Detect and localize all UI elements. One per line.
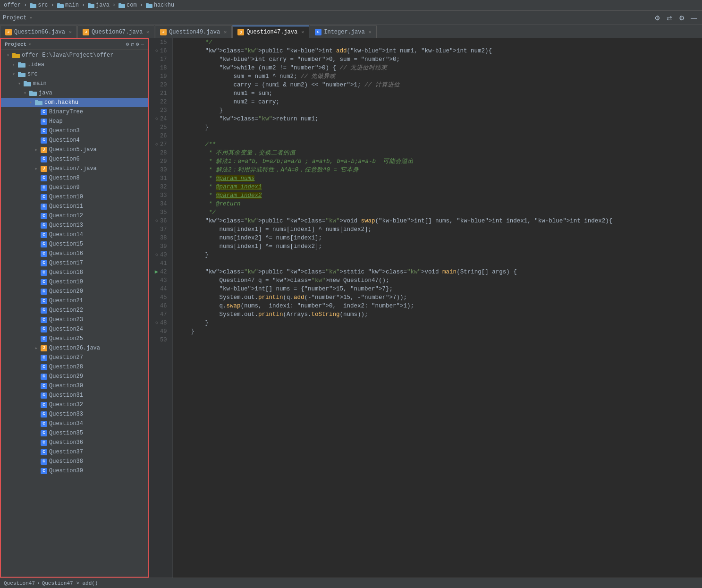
tree-item-question33[interactable]: CQuestion33 (1, 409, 148, 419)
tree-item-offer[interactable]: offer E:\Java\Project\offer (1, 51, 148, 60)
tree-item-question32[interactable]: CQuestion32 (1, 400, 148, 409)
tree-item-question3[interactable]: CQuestion3 (1, 126, 148, 136)
line-number-text: 25 (160, 123, 167, 132)
tab-label: Integer.java (324, 29, 364, 35)
tree-item-question6[interactable]: CQuestion6 (1, 154, 148, 164)
fold-gutter-icon[interactable]: ◇ (152, 251, 158, 259)
tree-item-question29[interactable]: CQuestion29 (1, 372, 148, 381)
tree-item-question23[interactable]: CQuestion23 (1, 315, 148, 324)
tree-item-src[interactable]: src (1, 69, 148, 79)
tree-item-main[interactable]: main (1, 79, 148, 88)
hide-icon[interactable]: — (141, 41, 144, 47)
breadcrumb-folder-com[interactable]: com (118, 2, 137, 9)
tree-item-question16[interactable]: CQuestion16 (1, 249, 148, 258)
line-number: 22 (152, 98, 169, 106)
tree-item-question11[interactable]: CQuestion11 (1, 202, 148, 211)
sidebar-header-icons: ⚙ ⇄ ⚙ — (126, 41, 144, 47)
breadcrumb-folder-src[interactable]: src (30, 2, 48, 9)
toolbar-dropdown-arrow[interactable]: ▾ (29, 15, 32, 21)
tab-question66[interactable]: J Question66.java ✕ (0, 26, 77, 38)
settings-icon[interactable]: ⚙ (136, 41, 139, 47)
tree-item-question13[interactable]: CQuestion13 (1, 221, 148, 230)
tree-item-question5[interactable]: ▸JQuestion5.java (1, 145, 148, 154)
toolbar-settings-btn[interactable]: ⚙ (652, 13, 662, 23)
line-number-text: 20 (160, 81, 167, 89)
breadcrumb-folder-main[interactable]: main (57, 2, 79, 9)
breadcrumb-offer[interactable]: offer (4, 2, 21, 9)
tree-item-question34[interactable]: CQuestion34 (1, 419, 148, 428)
tree-item-question12[interactable]: CQuestion12 (1, 211, 148, 221)
tab-question67[interactable]: J Question67.java ✕ (77, 26, 154, 38)
toolbar-minimize-btn[interactable]: — (689, 13, 699, 23)
tree-item-question37[interactable]: CQuestion37 (1, 447, 148, 457)
code-line: * @return (177, 200, 698, 208)
fold-gutter-icon[interactable]: ◇ (152, 115, 158, 123)
tree-item-question10[interactable]: CQuestion10 (1, 192, 148, 202)
tree-item-question9[interactable]: CQuestion9 (1, 183, 148, 192)
tree-item-question15[interactable]: CQuestion15 (1, 239, 148, 249)
dropdown-icon[interactable]: ▾ (28, 42, 31, 47)
tree-item-label: Question3 (49, 128, 80, 134)
tree-item-java[interactable]: java (1, 88, 148, 98)
tree-item-question4[interactable]: CQuestion4 (1, 136, 148, 145)
tree-item-binarytree[interactable]: CBinaryTree (1, 107, 148, 117)
code-line: nums[index2] ^= nums[index1]; (177, 234, 698, 242)
tab-close-btn[interactable]: ✕ (146, 29, 149, 35)
class-icon: C (41, 289, 47, 295)
line-number-text: 34 (160, 200, 167, 208)
line-number-text: 37 (160, 225, 167, 234)
tab-close-btn[interactable]: ✕ (369, 29, 372, 35)
tree-item-idea[interactable]: .idea (1, 60, 148, 69)
line-number-text: 38 (160, 234, 167, 242)
tree-item-label: Question39 (49, 468, 83, 474)
tree-item-question30[interactable]: CQuestion30 (1, 381, 148, 391)
tab-integer[interactable]: C Integer.java ✕ (310, 26, 376, 38)
line-number: 17 (152, 55, 169, 64)
tree-item-question20[interactable]: CQuestion20 (1, 287, 148, 296)
tree-item-question31[interactable]: CQuestion31 (1, 391, 148, 400)
split-icon[interactable]: ⇄ (131, 41, 134, 47)
tree-item-question39[interactable]: CQuestion39 (1, 466, 148, 476)
project-label: Project (3, 15, 26, 21)
fold-gutter-icon[interactable]: ◇ (152, 217, 158, 225)
tree-item-question27[interactable]: CQuestion27 (1, 353, 148, 362)
run-gutter-icon[interactable]: ▶ (152, 268, 158, 276)
tree-item-question7[interactable]: ▸JQuestion7.java (1, 164, 148, 173)
tree-item-heap[interactable]: CHeap (1, 117, 148, 126)
tree-item-question25[interactable]: CQuestion25 (1, 334, 148, 343)
tab-close-btn[interactable]: ✕ (301, 29, 304, 35)
tree-item-question18[interactable]: CQuestion18 (1, 268, 148, 277)
tab-question47[interactable]: J Question47.java ✕ (232, 26, 309, 38)
breadcrumb-folder-hackhu[interactable]: hackhu (146, 2, 174, 9)
tree-item-question19[interactable]: CQuestion19 (1, 277, 148, 287)
sync-icon[interactable]: ⚙ (126, 41, 129, 47)
fold-gutter-icon[interactable]: ◇ (152, 47, 158, 55)
code-lines[interactable]: */ "kw">class="kw">public "kw-blue">int … (173, 38, 702, 578)
line-number-text: 26 (160, 132, 167, 140)
toolbar-split-btn[interactable]: ⇄ (664, 13, 675, 23)
tree-item-question14[interactable]: CQuestion14 (1, 230, 148, 239)
line-number: 49 (152, 327, 169, 336)
fold-gutter-icon[interactable]: ◇ (152, 140, 158, 149)
tree-item-question38[interactable]: CQuestion38 (1, 457, 148, 466)
line-number: ◇36 (152, 217, 169, 225)
line-number: 18 (152, 64, 169, 72)
tree-item-question35[interactable]: CQuestion35 (1, 428, 148, 438)
tree-item-question21[interactable]: CQuestion21 (1, 296, 148, 306)
tree-item-question28[interactable]: CQuestion28 (1, 362, 148, 372)
toolbar-gear-btn[interactable]: ⚙ (677, 13, 687, 23)
tree-item-question17[interactable]: CQuestion17 (1, 258, 148, 268)
tree-item-question8[interactable]: CQuestion8 (1, 173, 148, 183)
tab-close-btn[interactable]: ✕ (69, 29, 72, 35)
tree-item-question36[interactable]: CQuestion36 (1, 438, 148, 447)
tree-item-question26[interactable]: ▸JQuestion26.java (1, 343, 148, 353)
tree-item-question24[interactable]: CQuestion24 (1, 324, 148, 334)
tab-close-btn[interactable]: ✕ (224, 29, 227, 35)
fold-gutter-icon[interactable]: ◇ (152, 319, 158, 327)
svg-rect-19 (29, 91, 33, 92)
breadcrumb-folder-java[interactable]: java (88, 2, 110, 9)
tree-item-question22[interactable]: CQuestion22 (1, 306, 148, 315)
tab-question49[interactable]: J Question49.java ✕ (155, 26, 232, 38)
tree-item-com-hackhu[interactable]: com.hackhu (1, 98, 148, 107)
tree-item-label: main (33, 80, 47, 87)
